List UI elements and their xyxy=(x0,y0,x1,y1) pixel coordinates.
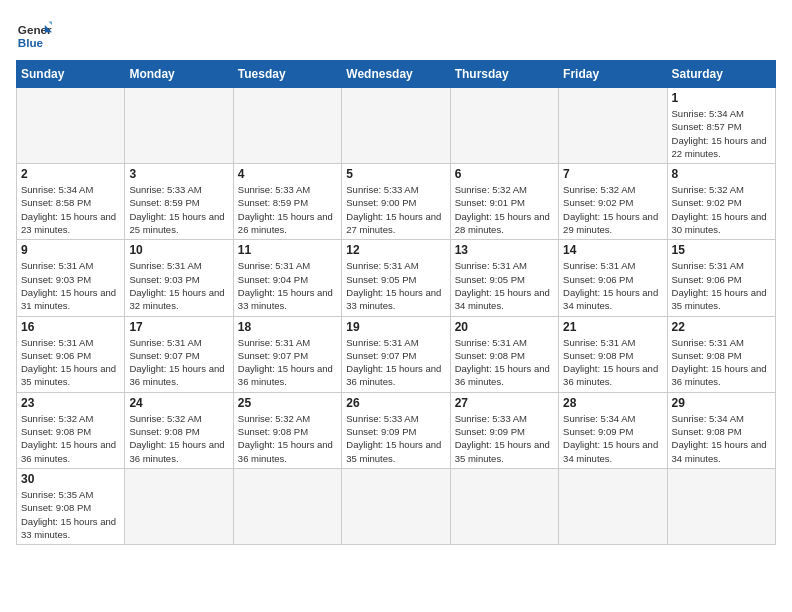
calendar-cell: 28Sunrise: 5:34 AM Sunset: 9:09 PM Dayli… xyxy=(559,392,667,468)
day-info: Sunrise: 5:31 AM Sunset: 9:07 PM Dayligh… xyxy=(346,336,445,389)
day-info: Sunrise: 5:34 AM Sunset: 9:08 PM Dayligh… xyxy=(672,412,771,465)
day-info: Sunrise: 5:32 AM Sunset: 9:08 PM Dayligh… xyxy=(129,412,228,465)
day-number: 14 xyxy=(563,243,662,257)
day-number: 13 xyxy=(455,243,554,257)
day-number: 17 xyxy=(129,320,228,334)
day-number: 24 xyxy=(129,396,228,410)
day-number: 3 xyxy=(129,167,228,181)
calendar-cell: 18Sunrise: 5:31 AM Sunset: 9:07 PM Dayli… xyxy=(233,316,341,392)
day-info: Sunrise: 5:31 AM Sunset: 9:08 PM Dayligh… xyxy=(672,336,771,389)
day-number: 30 xyxy=(21,472,120,486)
calendar-cell: 9Sunrise: 5:31 AM Sunset: 9:03 PM Daylig… xyxy=(17,240,125,316)
day-info: Sunrise: 5:31 AM Sunset: 9:08 PM Dayligh… xyxy=(563,336,662,389)
calendar-row: 23Sunrise: 5:32 AM Sunset: 9:08 PM Dayli… xyxy=(17,392,776,468)
day-number: 27 xyxy=(455,396,554,410)
calendar-cell: 17Sunrise: 5:31 AM Sunset: 9:07 PM Dayli… xyxy=(125,316,233,392)
calendar-cell: 4Sunrise: 5:33 AM Sunset: 8:59 PM Daylig… xyxy=(233,164,341,240)
calendar-cell: 14Sunrise: 5:31 AM Sunset: 9:06 PM Dayli… xyxy=(559,240,667,316)
day-number: 8 xyxy=(672,167,771,181)
calendar-cell: 19Sunrise: 5:31 AM Sunset: 9:07 PM Dayli… xyxy=(342,316,450,392)
day-info: Sunrise: 5:33 AM Sunset: 9:00 PM Dayligh… xyxy=(346,183,445,236)
calendar-cell: 23Sunrise: 5:32 AM Sunset: 9:08 PM Dayli… xyxy=(17,392,125,468)
day-info: Sunrise: 5:33 AM Sunset: 9:09 PM Dayligh… xyxy=(455,412,554,465)
calendar-cell xyxy=(125,468,233,544)
day-info: Sunrise: 5:31 AM Sunset: 9:05 PM Dayligh… xyxy=(455,259,554,312)
calendar-cell: 10Sunrise: 5:31 AM Sunset: 9:03 PM Dayli… xyxy=(125,240,233,316)
day-number: 12 xyxy=(346,243,445,257)
calendar-row: 2Sunrise: 5:34 AM Sunset: 8:58 PM Daylig… xyxy=(17,164,776,240)
calendar-cell: 6Sunrise: 5:32 AM Sunset: 9:01 PM Daylig… xyxy=(450,164,558,240)
day-info: Sunrise: 5:33 AM Sunset: 8:59 PM Dayligh… xyxy=(238,183,337,236)
calendar-row: 9Sunrise: 5:31 AM Sunset: 9:03 PM Daylig… xyxy=(17,240,776,316)
calendar-cell xyxy=(233,468,341,544)
calendar-cell xyxy=(125,88,233,164)
day-number: 10 xyxy=(129,243,228,257)
calendar-cell xyxy=(450,88,558,164)
day-number: 22 xyxy=(672,320,771,334)
weekday-header-cell: Wednesday xyxy=(342,61,450,88)
day-info: Sunrise: 5:31 AM Sunset: 9:06 PM Dayligh… xyxy=(563,259,662,312)
weekday-header-cell: Thursday xyxy=(450,61,558,88)
calendar-cell: 20Sunrise: 5:31 AM Sunset: 9:08 PM Dayli… xyxy=(450,316,558,392)
calendar-cell: 7Sunrise: 5:32 AM Sunset: 9:02 PM Daylig… xyxy=(559,164,667,240)
calendar-cell xyxy=(667,468,775,544)
calendar-cell: 3Sunrise: 5:33 AM Sunset: 8:59 PM Daylig… xyxy=(125,164,233,240)
day-number: 16 xyxy=(21,320,120,334)
day-number: 26 xyxy=(346,396,445,410)
day-number: 7 xyxy=(563,167,662,181)
day-info: Sunrise: 5:34 AM Sunset: 8:57 PM Dayligh… xyxy=(672,107,771,160)
logo: General Blue xyxy=(16,16,52,52)
day-number: 29 xyxy=(672,396,771,410)
day-info: Sunrise: 5:34 AM Sunset: 8:58 PM Dayligh… xyxy=(21,183,120,236)
day-number: 9 xyxy=(21,243,120,257)
calendar-cell: 27Sunrise: 5:33 AM Sunset: 9:09 PM Dayli… xyxy=(450,392,558,468)
day-info: Sunrise: 5:31 AM Sunset: 9:06 PM Dayligh… xyxy=(21,336,120,389)
calendar-cell: 1Sunrise: 5:34 AM Sunset: 8:57 PM Daylig… xyxy=(667,88,775,164)
calendar-cell: 11Sunrise: 5:31 AM Sunset: 9:04 PM Dayli… xyxy=(233,240,341,316)
day-info: Sunrise: 5:33 AM Sunset: 9:09 PM Dayligh… xyxy=(346,412,445,465)
day-number: 18 xyxy=(238,320,337,334)
calendar-cell: 12Sunrise: 5:31 AM Sunset: 9:05 PM Dayli… xyxy=(342,240,450,316)
day-info: Sunrise: 5:32 AM Sunset: 9:01 PM Dayligh… xyxy=(455,183,554,236)
calendar-cell: 5Sunrise: 5:33 AM Sunset: 9:00 PM Daylig… xyxy=(342,164,450,240)
calendar-cell: 21Sunrise: 5:31 AM Sunset: 9:08 PM Dayli… xyxy=(559,316,667,392)
day-info: Sunrise: 5:31 AM Sunset: 9:06 PM Dayligh… xyxy=(672,259,771,312)
calendar-row: 16Sunrise: 5:31 AM Sunset: 9:06 PM Dayli… xyxy=(17,316,776,392)
calendar-row: 30Sunrise: 5:35 AM Sunset: 9:08 PM Dayli… xyxy=(17,468,776,544)
svg-text:Blue: Blue xyxy=(18,36,44,49)
day-info: Sunrise: 5:31 AM Sunset: 9:05 PM Dayligh… xyxy=(346,259,445,312)
calendar-cell xyxy=(559,88,667,164)
calendar-cell: 2Sunrise: 5:34 AM Sunset: 8:58 PM Daylig… xyxy=(17,164,125,240)
day-number: 21 xyxy=(563,320,662,334)
calendar-table: SundayMondayTuesdayWednesdayThursdayFrid… xyxy=(16,60,776,545)
calendar-cell: 24Sunrise: 5:32 AM Sunset: 9:08 PM Dayli… xyxy=(125,392,233,468)
weekday-header-row: SundayMondayTuesdayWednesdayThursdayFrid… xyxy=(17,61,776,88)
calendar-cell: 13Sunrise: 5:31 AM Sunset: 9:05 PM Dayli… xyxy=(450,240,558,316)
weekday-header-cell: Friday xyxy=(559,61,667,88)
weekday-header-cell: Saturday xyxy=(667,61,775,88)
day-info: Sunrise: 5:31 AM Sunset: 9:08 PM Dayligh… xyxy=(455,336,554,389)
calendar-cell xyxy=(559,468,667,544)
day-number: 20 xyxy=(455,320,554,334)
day-info: Sunrise: 5:32 AM Sunset: 9:08 PM Dayligh… xyxy=(238,412,337,465)
day-number: 28 xyxy=(563,396,662,410)
day-number: 15 xyxy=(672,243,771,257)
day-info: Sunrise: 5:35 AM Sunset: 9:08 PM Dayligh… xyxy=(21,488,120,541)
day-info: Sunrise: 5:33 AM Sunset: 8:59 PM Dayligh… xyxy=(129,183,228,236)
calendar-body: 1Sunrise: 5:34 AM Sunset: 8:57 PM Daylig… xyxy=(17,88,776,545)
day-number: 25 xyxy=(238,396,337,410)
calendar-row: 1Sunrise: 5:34 AM Sunset: 8:57 PM Daylig… xyxy=(17,88,776,164)
day-info: Sunrise: 5:31 AM Sunset: 9:04 PM Dayligh… xyxy=(238,259,337,312)
page-header: General Blue xyxy=(16,16,776,52)
calendar-cell: 30Sunrise: 5:35 AM Sunset: 9:08 PM Dayli… xyxy=(17,468,125,544)
calendar-cell xyxy=(233,88,341,164)
calendar-cell: 22Sunrise: 5:31 AM Sunset: 9:08 PM Dayli… xyxy=(667,316,775,392)
weekday-header-cell: Monday xyxy=(125,61,233,88)
calendar-cell xyxy=(342,468,450,544)
calendar-cell xyxy=(450,468,558,544)
calendar-cell: 15Sunrise: 5:31 AM Sunset: 9:06 PM Dayli… xyxy=(667,240,775,316)
weekday-header-cell: Tuesday xyxy=(233,61,341,88)
calendar-cell: 25Sunrise: 5:32 AM Sunset: 9:08 PM Dayli… xyxy=(233,392,341,468)
calendar-cell: 26Sunrise: 5:33 AM Sunset: 9:09 PM Dayli… xyxy=(342,392,450,468)
logo-icon: General Blue xyxy=(16,16,52,52)
